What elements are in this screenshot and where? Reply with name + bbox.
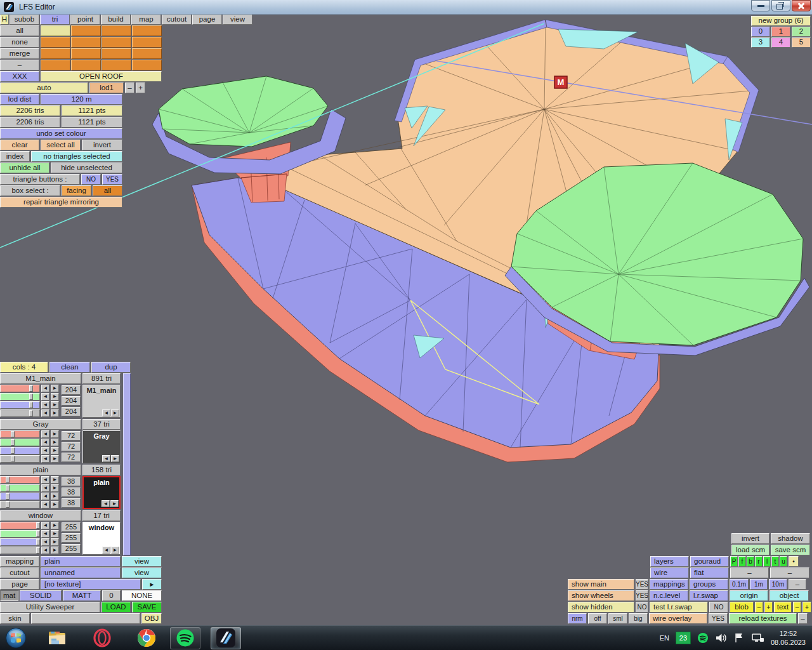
material-preview[interactable]: plain◄► (82, 476, 121, 509)
select-all-subob-button[interactable]: all (0, 25, 39, 36)
layer-key-p[interactable]: P (730, 556, 738, 567)
show-hidden-value[interactable]: NO (636, 602, 648, 613)
taskbar-opera-button[interactable] (88, 628, 117, 649)
merge-button[interactable]: merge (0, 48, 39, 59)
lod-minus-button[interactable]: – (125, 83, 134, 93)
layer-dot-button[interactable]: • (789, 556, 799, 567)
subobject-cell[interactable] (71, 48, 101, 59)
taskbar-chrome-button[interactable] (132, 628, 161, 649)
clock[interactable]: 12:52 08.06.2023 (771, 629, 806, 647)
tab-subob[interactable]: subob (10, 14, 39, 25)
marker-m[interactable]: M (554, 76, 567, 88)
tab-point[interactable]: point (70, 14, 100, 25)
blob-plus-button[interactable]: + (764, 602, 773, 613)
title-bar[interactable]: LFS Editor (0, 0, 812, 15)
slider-increment-button[interactable]: ► (51, 409, 59, 417)
tab-page[interactable]: page (192, 14, 222, 25)
slider-increment-button[interactable]: ► (51, 530, 59, 538)
layers-button[interactable]: layers (650, 556, 689, 567)
lrswap-button[interactable]: l.r.swap (690, 590, 728, 601)
repair-mirroring-button[interactable]: repair triangle mirroring (0, 197, 122, 208)
color-slider-r[interactable] (0, 430, 40, 438)
layer-key-u[interactable]: u (780, 556, 787, 567)
slider-thumb[interactable] (36, 531, 40, 537)
slider-increment-button[interactable]: ► (51, 493, 59, 500)
subobject-cell[interactable] (132, 48, 162, 59)
slider-decrement-button[interactable]: ◄ (41, 522, 49, 529)
color-slider-value[interactable] (0, 409, 40, 417)
open-roof-button[interactable]: OPEN ROOF (41, 71, 162, 82)
gouraud-button[interactable]: gouraud (690, 556, 729, 567)
slider-increment-button[interactable]: ► (51, 385, 59, 392)
slider-thumb[interactable] (36, 547, 40, 554)
subobject-cell[interactable] (102, 37, 131, 48)
preview-next-button[interactable]: ► (111, 455, 119, 462)
triangle-buttons-no[interactable]: NO (81, 174, 101, 185)
skin-value[interactable] (31, 613, 140, 624)
wire-dash-2[interactable]: – (770, 567, 809, 578)
color-slider-r[interactable] (0, 522, 40, 529)
shadow-button[interactable]: shadow (771, 533, 810, 544)
show-wheels-button[interactable]: show wheels (568, 590, 634, 601)
slider-decrement-button[interactable]: ◄ (41, 530, 49, 538)
slider-increment-button[interactable]: ► (51, 439, 59, 446)
layer-key-f[interactable]: f (738, 556, 746, 567)
select-all-button[interactable]: select all (41, 140, 81, 150)
test-lrswap-button[interactable]: test l.r.swap (650, 602, 708, 613)
index-button[interactable]: index (0, 151, 30, 162)
subobject-cell[interactable] (71, 60, 101, 70)
mappings-button[interactable]: mappings (650, 579, 688, 590)
slider-increment-button[interactable]: ► (51, 476, 59, 484)
tab-build[interactable]: build (101, 14, 131, 25)
unhide-all-button[interactable]: unhide all (0, 162, 49, 173)
group-0-button[interactable]: 0 (751, 27, 770, 37)
text-minus-button[interactable]: – (793, 602, 801, 613)
tab-cutout[interactable]: cutout (162, 14, 192, 25)
color-slider-g[interactable] (0, 484, 40, 492)
layer-key-r[interactable]: r (755, 556, 763, 567)
slider-thumb[interactable] (11, 448, 15, 454)
material-preview[interactable]: window◄► (82, 522, 121, 555)
subobject-cell[interactable] (132, 60, 162, 70)
undo-set-colour-button[interactable]: undo set colour (0, 128, 122, 139)
xxx-button[interactable]: XXX (0, 71, 39, 82)
reload-textures-button[interactable]: reload textures (729, 613, 797, 624)
slider-thumb[interactable] (6, 485, 10, 491)
color-slider-b[interactable] (0, 538, 40, 546)
nrm-big-button[interactable]: big (629, 613, 648, 624)
group-4-button[interactable]: 4 (771, 37, 790, 48)
slider-decrement-button[interactable]: ◄ (41, 538, 49, 546)
taskbar-explorer-button[interactable] (43, 628, 72, 649)
group-2-button[interactable]: 2 (792, 27, 811, 37)
material-preview[interactable]: M1_main◄► (82, 385, 121, 418)
mat-matt-button[interactable]: MATT (63, 590, 101, 601)
obj-button[interactable]: OBJ (141, 613, 162, 624)
slider-decrement-button[interactable]: ◄ (41, 447, 49, 454)
test-lrswap-value[interactable]: NO (709, 602, 728, 613)
wire-overlay-button[interactable]: wire overlay (649, 613, 707, 624)
tray-badge[interactable]: 23 (676, 632, 691, 644)
preview-prev-button[interactable]: ◄ (102, 409, 110, 416)
dash-button[interactable]: – (0, 60, 39, 70)
subobject-cell[interactable] (41, 25, 70, 36)
slider-decrement-button[interactable]: ◄ (41, 455, 49, 463)
groups-button[interactable]: groups (690, 579, 728, 590)
cutout-view-button[interactable]: view (122, 567, 162, 578)
slider-decrement-button[interactable]: ◄ (41, 385, 49, 392)
tab-tri[interactable]: tri (40, 14, 70, 25)
material-preview[interactable]: Gray◄► (82, 430, 121, 463)
flat-button[interactable]: flat (690, 567, 729, 578)
cols-button[interactable]: cols : 4 (0, 362, 48, 373)
load-scm-button[interactable]: load scm (731, 545, 769, 555)
mat-num-button[interactable]: 0 (102, 590, 121, 601)
wire-button[interactable]: wire (650, 567, 689, 578)
group-1-button[interactable]: 1 (771, 27, 790, 37)
cutout-value[interactable]: unnamed (41, 567, 121, 578)
slider-thumb[interactable] (6, 477, 10, 483)
subobject-cell[interactable] (71, 25, 101, 36)
slider-thumb[interactable] (11, 456, 15, 462)
color-slider-r[interactable] (0, 476, 40, 484)
color-slider-value[interactable] (0, 501, 40, 508)
color-slider-g[interactable] (0, 393, 40, 401)
material-name-button[interactable]: window (0, 510, 81, 521)
